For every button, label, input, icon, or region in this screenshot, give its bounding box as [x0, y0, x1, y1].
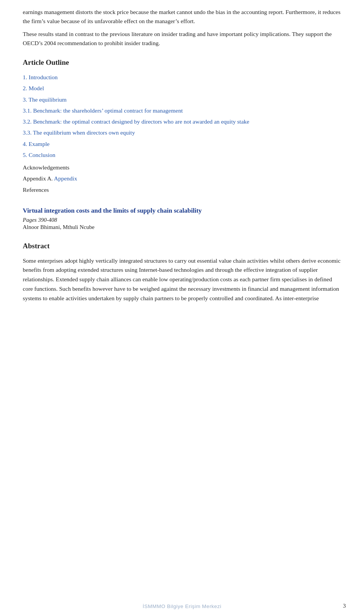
outline-item-3-3[interactable]: 3.3. The equilibrium when directors own …: [23, 128, 341, 137]
outline-appendix: Appendix A. Appendix: [23, 174, 341, 183]
intro-paragraph-2: These results stand in contrast to the p…: [23, 30, 341, 48]
outline-item-conclusion[interactable]: 5. Conclusion: [23, 150, 341, 159]
appendix-link[interactable]: Appendix: [54, 175, 77, 182]
outline-references: References: [23, 185, 341, 194]
outline-link-conclusion[interactable]: 5. Conclusion: [23, 152, 55, 158]
outline-link-3-3[interactable]: 3.3. The equilibrium when directors own …: [23, 129, 135, 136]
outline-acknowledgements: Acknowledgements: [23, 163, 341, 172]
outline-item-equilibrium[interactable]: 3. The equilibrium: [23, 95, 341, 104]
outline-item-3-2[interactable]: 3.2. Benchmark: the optimal contract des…: [23, 117, 341, 126]
page-number: 3: [343, 603, 346, 609]
outline-list: 1. Introduction 2. Model 3. The equilibr…: [23, 73, 341, 159]
outline-link-equilibrium[interactable]: 3. The equilibrium: [23, 96, 67, 103]
abstract-paragraph-1: Some enterprises adopt highly vertically…: [23, 256, 341, 303]
outline-link-3-2[interactable]: 3.2. Benchmark: the optimal contract des…: [23, 118, 249, 125]
outline-item-3-1[interactable]: 3.1. Benchmark: the shareholders’ optima…: [23, 106, 341, 115]
footer-watermark: İSMMMO Bilgiye Erişim Merkezi: [143, 603, 221, 609]
appendix-a-label: Appendix A.: [23, 175, 53, 182]
outline-link-introduction[interactable]: 1. Introduction: [23, 74, 58, 80]
next-article-link[interactable]: Virtual integration costs and the limits…: [23, 206, 341, 215]
outline-item-introduction[interactable]: 1. Introduction: [23, 73, 341, 82]
outline-link-model[interactable]: 2. Model: [23, 85, 44, 91]
outline-link-example[interactable]: 4. Example: [23, 141, 50, 147]
authors-info: Alnoor Bhimani, Mthuli Ncube: [23, 224, 341, 230]
pages-info: Pages 390-408: [23, 217, 341, 223]
outline-link-3-1[interactable]: 3.1. Benchmark: the shareholders’ optima…: [23, 107, 183, 114]
abstract-heading: Abstract: [23, 242, 341, 250]
article-outline-heading: Article Outline: [23, 58, 341, 67]
outline-item-example[interactable]: 4. Example: [23, 140, 341, 148]
outline-item-model[interactable]: 2. Model: [23, 84, 341, 92]
intro-paragraph-1: earnings management distorts the stock p…: [23, 8, 341, 26]
